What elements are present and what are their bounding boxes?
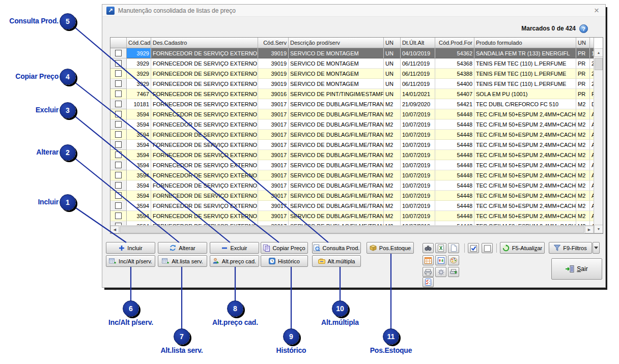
cell-dt-ult-alt: 10/07/2019 <box>401 160 435 170</box>
box-icon <box>370 245 377 251</box>
cell-cod-cad: 3929 <box>127 69 151 79</box>
column-header-produto-formulado[interactable]: Produto formulado <box>474 38 576 48</box>
table-row[interactable]: 3594FORNECEDOR DE SERVIÇO EXTERNO 043901… <box>110 140 594 150</box>
check-all-button[interactable] <box>468 243 479 253</box>
row-checkbox[interactable] <box>110 130 127 140</box>
cell-cod-prod-for: 54400 <box>435 79 474 89</box>
column-header-dt-ult-alt[interactable]: Dt.Últ.Alt <box>401 38 435 48</box>
table-row[interactable]: 3594FORNECEDOR DE SERVIÇO EXTERNO 043901… <box>110 221 594 225</box>
alt-lista-serv-button[interactable]: Alt.lista serv. <box>158 255 207 267</box>
table-row[interactable]: 3594FORNECEDOR DE SERVIÇO EXTERNO 043901… <box>110 119 594 130</box>
historico-button[interactable]: Histórico <box>261 255 308 267</box>
cell-dt-ult-alt: 10/07/2019 <box>401 211 435 221</box>
gear-button[interactable] <box>435 267 446 277</box>
row-checkbox[interactable] <box>110 160 127 170</box>
horizontal-scroll-thumb[interactable] <box>120 226 584 233</box>
binoculars-button[interactable] <box>423 243 434 253</box>
row-checkbox[interactable] <box>110 211 127 221</box>
table-row[interactable]: 3594FORNECEDOR DE SERVIÇO EXTERNO 043901… <box>110 201 594 211</box>
palette-button[interactable] <box>448 255 459 265</box>
row-checkbox[interactable] <box>110 221 127 225</box>
table-row[interactable]: 3594FORNECEDOR DE SERVIÇO EXTERNO 043901… <box>110 150 594 160</box>
consulta-prod-button[interactable]: Consulta Prod. <box>312 242 361 254</box>
row-checkbox[interactable] <box>110 201 127 211</box>
column-header-select[interactable] <box>110 38 127 48</box>
column-header-des-cadastro[interactable]: Des.Cadastro <box>151 38 258 48</box>
cell-un-serv: M2 <box>384 160 401 170</box>
calendar-grid-button[interactable] <box>423 255 434 265</box>
row-checkbox[interactable] <box>110 140 127 150</box>
copiar-preco-button[interactable]: Copiar Preço <box>261 242 308 254</box>
table-row[interactable]: 3594FORNECEDOR DE SERVIÇO EXTERNO 043901… <box>110 170 594 180</box>
table-row[interactable]: 3594FORNECEDOR DE SERVIÇO EXTERNO 043901… <box>110 160 594 170</box>
f5-atualizar-label: F5-Atualizar <box>512 245 542 251</box>
row-checkbox[interactable] <box>110 109 127 119</box>
help-icon[interactable] <box>579 24 588 33</box>
horizontal-scrollbar[interactable]: ◀ ▶ <box>110 225 594 233</box>
scroll-up-icon[interactable]: ▲ <box>594 48 603 57</box>
table-row[interactable]: 3594FORNECEDOR DE SERVIÇO EXTERNO 043901… <box>110 180 594 191</box>
scroll-down-icon[interactable]: ▼ <box>594 225 603 233</box>
row-checkbox[interactable] <box>110 48 127 58</box>
new-doc-button[interactable] <box>448 243 459 253</box>
vertical-scroll-thumb[interactable] <box>595 58 603 70</box>
uncheck-all-button[interactable] <box>482 243 493 253</box>
column-header-un-serv[interactable]: UN <box>384 38 401 48</box>
cell-dt-ult-alt: 10/07/2019 <box>401 201 435 211</box>
cell-clipped: A <box>590 170 594 180</box>
alt-multipla-button[interactable]: Alt.múltipla <box>312 255 361 267</box>
excel-export-button[interactable]: X <box>435 243 446 253</box>
scroll-right-icon[interactable]: ▶ <box>585 226 594 233</box>
filtros-dropdown-button[interactable] <box>593 242 600 254</box>
printer-button[interactable] <box>423 267 434 277</box>
column-header-cod-serv[interactable]: Cód.Serv <box>258 38 289 48</box>
table-row[interactable]: 3929FORNECEDOR DE SERVIÇO EXTERNO 013901… <box>110 79 594 89</box>
cell-cod-serv: 39016 <box>258 89 289 99</box>
cell-cod-serv: 39017 <box>258 109 289 119</box>
row-checkbox[interactable] <box>110 191 127 201</box>
row-checkbox[interactable] <box>110 119 127 130</box>
printer-export-button[interactable] <box>448 267 459 277</box>
column-header-cod-prod-for[interactable]: Cód.Prod.For <box>435 38 474 48</box>
table-row[interactable]: 10181FORNECEDOR DE SERVIÇO EXTERNO 03390… <box>110 99 594 109</box>
row-checkbox[interactable] <box>110 58 127 69</box>
row-checkbox[interactable] <box>110 150 127 160</box>
checklist-button[interactable] <box>423 277 434 287</box>
column-header-descricao-prod-serv[interactable]: Descrição prod/serv <box>289 38 384 48</box>
inc-alt-p-serv-button[interactable]: Inc/Alt p/serv. <box>106 255 155 267</box>
table-row[interactable]: 3929FORNECEDOR DE SERVIÇO EXTERNO 013901… <box>110 58 594 69</box>
table-row[interactable]: 3929FORNECEDOR DE SERVIÇO EXTERNO 013901… <box>110 48 594 58</box>
cell-produto-formulado: SOLA EM PU (1001) <box>474 89 576 99</box>
alt-preco-cad-button[interactable]: Alt.preço cad. <box>210 255 259 267</box>
cell-cod-cad: 3594 <box>127 150 151 160</box>
row-checkbox[interactable] <box>110 170 127 180</box>
table-row[interactable]: 3594FORNECEDOR DE SERVIÇO EXTERNO 043901… <box>110 211 594 221</box>
row-checkbox[interactable] <box>110 69 127 79</box>
check-all-icon <box>470 245 477 252</box>
table-row[interactable]: 3594FORNECEDOR DE SERVIÇO EXTERNO 043901… <box>110 109 594 119</box>
column-header-clipped[interactable] <box>590 38 594 48</box>
incluir-button[interactable]: Incluir <box>106 242 155 254</box>
table-row[interactable]: 7467FORNECEDOR DE SERVIÇO EXTERNO 023901… <box>110 89 594 99</box>
column-header-cod-cad[interactable]: Cód.Cad <box>127 38 151 48</box>
f9-filtros-button[interactable]: F9-Filtros <box>549 242 592 254</box>
callout-label-7: Alt.lista serv. <box>146 346 217 354</box>
table-row[interactable]: 3594FORNECEDOR DE SERVIÇO EXTERNO 043901… <box>110 130 594 140</box>
f5-atualizar-button[interactable]: F5-Atualizar <box>500 242 545 254</box>
column-header-un-prod[interactable]: UN <box>576 38 590 48</box>
pos-estoque-button[interactable]: Pos.Estoque <box>367 242 414 254</box>
table-row[interactable]: 3594FORNECEDOR DE SERVIÇO EXTERNO 043901… <box>110 191 594 201</box>
sort-button[interactable] <box>435 255 446 265</box>
row-checkbox[interactable] <box>110 79 127 89</box>
row-checkbox[interactable] <box>110 89 127 99</box>
alterar-button[interactable]: Alterar <box>158 242 207 254</box>
scroll-left-icon[interactable]: ◀ <box>110 226 119 233</box>
row-checkbox[interactable] <box>110 180 127 191</box>
vertical-scrollbar[interactable]: ▲ ▼ <box>594 48 603 233</box>
cell-un-prod: M2 <box>576 140 590 150</box>
table-row[interactable]: 3929FORNECEDOR DE SERVIÇO EXTERNO 013901… <box>110 69 594 79</box>
excluir-button[interactable]: Excluir <box>210 242 259 254</box>
close-icon[interactable] <box>592 7 601 15</box>
row-checkbox[interactable] <box>110 99 127 109</box>
sair-button[interactable]: Sair <box>551 258 602 280</box>
